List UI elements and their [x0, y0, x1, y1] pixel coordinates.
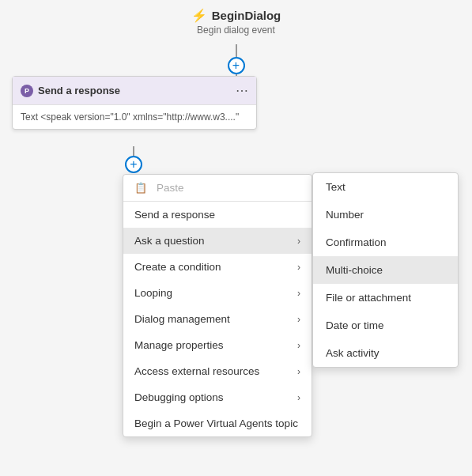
submenu-item-confirmation[interactable]: Confirmation [313, 229, 458, 256]
manage-properties-label: Manage properties [134, 339, 224, 351]
submenu-text-label: Text [326, 181, 346, 193]
paste-icon: 📋 [134, 182, 147, 194]
chevron-right-icon-manage: › [297, 340, 300, 351]
node-menu-icon[interactable]: ⋯ [236, 83, 248, 98]
begin-dialog-subtitle: Begin dialog event [197, 25, 275, 36]
node-icon: P [21, 85, 33, 97]
submenu-multichoice-label: Multi-choice [326, 264, 383, 276]
chevron-right-icon-ask: › [297, 236, 300, 247]
submenu-item-multichoice[interactable]: Multi-choice [313, 256, 458, 284]
menu-item-ask-question[interactable]: Ask a question › [123, 228, 312, 254]
access-external-label: Access external resources [134, 365, 259, 377]
menu-item-send-response[interactable]: Send a response [123, 202, 312, 228]
response-node-label: Send a response [38, 85, 120, 96]
submenu: Text Number Confirmation Multi-choice Fi… [312, 172, 459, 368]
context-menu: 📋 Paste Send a response Ask a question ›… [123, 174, 312, 437]
response-node-content: Text <speak version="1.0" xmlns="http://… [13, 105, 256, 129]
connector-line-1 [236, 44, 237, 57]
menu-item-create-condition[interactable]: Create a condition › [123, 254, 312, 280]
menu-item-paste: 📋 Paste [123, 175, 312, 202]
lightning-icon: ⚡ [191, 8, 207, 23]
submenu-item-file[interactable]: File or attachment [313, 284, 458, 312]
menu-item-pva-topic[interactable]: Begin a Power Virtual Agents topic [123, 410, 312, 436]
response-node-header: P Send a response ⋯ [13, 77, 256, 105]
paste-label: Paste [157, 182, 184, 194]
submenu-item-datetime[interactable]: Date or time [313, 312, 458, 339]
submenu-item-ask-activity[interactable]: Ask activity [313, 339, 458, 367]
submenu-confirmation-label: Confirmation [326, 236, 387, 248]
ask-question-label: Ask a question [134, 235, 205, 247]
begin-dialog-label: BeginDialog [212, 9, 281, 22]
chevron-right-icon-dialog: › [297, 314, 300, 325]
submenu-item-number[interactable]: Number [313, 201, 458, 229]
dialog-management-label: Dialog management [134, 313, 230, 325]
response-node: P Send a response ⋯ Text <speak version=… [12, 76, 257, 130]
pva-topic-label: Begin a Power Virtual Agents topic [134, 417, 298, 429]
menu-item-looping[interactable]: Looping › [123, 280, 312, 306]
submenu-item-text[interactable]: Text [313, 173, 458, 201]
menu-item-debugging[interactable]: Debugging options › [123, 384, 312, 410]
chevron-right-icon-external: › [297, 366, 300, 377]
begin-dialog-node: ⚡ BeginDialog Begin dialog event [191, 8, 281, 36]
submenu-number-label: Number [326, 209, 364, 221]
create-condition-label: Create a condition [134, 261, 221, 273]
menu-item-dialog-management[interactable]: Dialog management › [123, 306, 312, 332]
add-node-button-main[interactable]: + [125, 156, 142, 173]
begin-dialog-title: ⚡ BeginDialog [191, 8, 281, 23]
send-response-label: Send a response [134, 209, 215, 221]
submenu-file-label: File or attachment [326, 292, 411, 304]
debugging-label: Debugging options [134, 391, 224, 403]
submenu-datetime-label: Date or time [326, 319, 384, 331]
response-node-title: P Send a response [21, 85, 120, 97]
add-node-button-top[interactable]: + [228, 57, 245, 74]
menu-item-access-external[interactable]: Access external resources › [123, 358, 312, 384]
submenu-ask-activity-label: Ask activity [326, 347, 379, 359]
chevron-right-icon-debug: › [297, 392, 300, 403]
plus-button-area: + [125, 146, 142, 173]
chevron-right-icon-condition: › [297, 262, 300, 273]
looping-label: Looping [134, 287, 172, 299]
chevron-right-icon-looping: › [297, 288, 300, 299]
connector-line-3 [133, 146, 134, 156]
canvas: ⚡ BeginDialog Begin dialog event + P Sen… [0, 0, 472, 476]
menu-item-manage-properties[interactable]: Manage properties › [123, 332, 312, 358]
